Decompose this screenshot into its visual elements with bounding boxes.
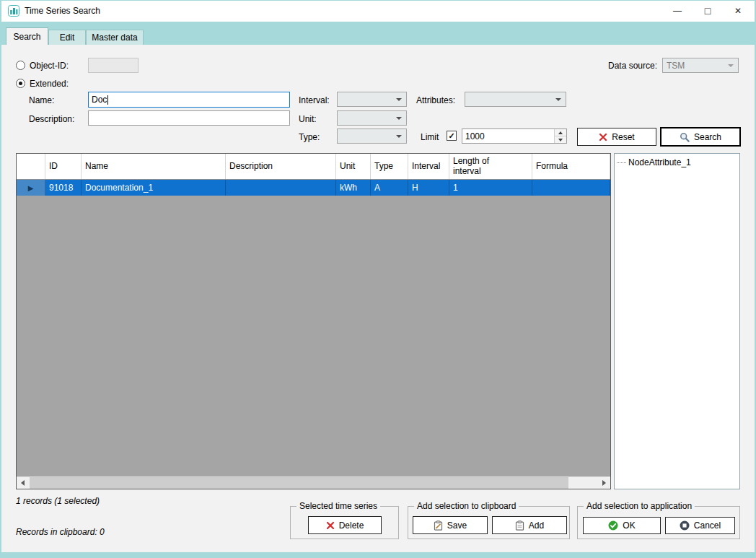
attributes-label: Attributes:	[416, 95, 455, 105]
column-header-id-label: ID	[49, 162, 58, 172]
scroll-left-button[interactable]	[17, 477, 29, 489]
chevron-down-icon	[396, 98, 402, 101]
group-selected-time-series: Selected time series Delete	[290, 506, 399, 539]
save-button-label: Save	[447, 520, 467, 531]
spin-down-button[interactable]	[555, 136, 566, 143]
add-button[interactable]: Add	[492, 516, 567, 534]
tab-edit-label: Edit	[60, 32, 75, 43]
scroll-right-button[interactable]	[598, 477, 610, 489]
column-header-length-of-interval-label: Length of interval	[453, 157, 499, 177]
reset-button[interactable]: Reset	[577, 128, 656, 146]
scrollbar-track[interactable]	[29, 477, 598, 489]
column-header-type[interactable]: Type	[371, 154, 408, 179]
triangle-right-icon	[602, 480, 606, 486]
limit-value: 1000	[462, 129, 554, 143]
maximize-button[interactable]: □	[693, 0, 723, 22]
tab-strip: Search Edit Master data	[0, 22, 756, 45]
table-row[interactable]: ▶ 91018 Documentation_1 kWh A H 1	[17, 180, 610, 196]
app-chart-icon	[8, 5, 19, 17]
search-button-label: Search	[694, 132, 721, 142]
ok-button[interactable]: OK	[583, 517, 661, 534]
clipboard-pencil-icon	[434, 520, 443, 531]
cancel-button-label: Cancel	[694, 520, 721, 531]
row-pointer-icon: ▶	[28, 184, 34, 192]
column-header-name[interactable]: Name	[82, 154, 226, 179]
data-source-select[interactable]: TSM	[662, 58, 739, 73]
name-value: Doc	[92, 95, 107, 105]
window-title: Time Series Search	[25, 6, 100, 16]
description-label: Description:	[29, 114, 74, 124]
type-label: Type:	[299, 132, 320, 142]
attribute-tree-panel: NodeAttribute_1	[614, 153, 740, 489]
column-header-formula-label: Formula	[536, 162, 568, 172]
object-id-radio[interactable]	[16, 61, 25, 70]
extended-radio[interactable]	[16, 79, 25, 88]
column-header-type-label: Type	[374, 162, 393, 172]
chevron-down-icon	[396, 135, 402, 138]
cell-unit: kWh	[336, 180, 371, 196]
window-border-top	[0, 0, 756, 1]
stop-icon	[680, 520, 690, 531]
tree-item-node-attribute[interactable]: NodeAttribute_1	[615, 154, 739, 167]
column-header-selector	[17, 154, 45, 179]
group-application-title: Add selection to application	[584, 501, 695, 511]
group-clipboard-title: Add selection to clipboard	[414, 501, 519, 511]
cell-description	[226, 180, 336, 196]
column-header-unit[interactable]: Unit	[336, 154, 371, 179]
triangle-left-icon	[21, 480, 25, 486]
cell-id: 91018	[45, 180, 82, 196]
spinner-buttons	[554, 129, 566, 143]
cell-interval: H	[408, 180, 449, 196]
interval-select[interactable]	[337, 92, 407, 107]
window-border-bottom	[0, 552, 756, 558]
ok-button-label: OK	[623, 520, 635, 531]
unit-select[interactable]	[337, 110, 407, 126]
window: Time Series Search — □ ✕ Search Edit Mas…	[0, 0, 756, 558]
window-controls: — □ ✕	[662, 0, 753, 22]
column-header-description[interactable]: Description	[226, 154, 336, 179]
reset-button-label: Reset	[612, 132, 634, 142]
delete-button[interactable]: Delete	[308, 516, 382, 534]
limit-spinner[interactable]: 1000	[462, 128, 567, 144]
title-bar: Time Series Search — □ ✕	[0, 0, 756, 22]
grid-header-row: ID Name Description Unit Type Interval L…	[17, 154, 610, 180]
search-icon	[680, 132, 690, 142]
column-header-name-label: Name	[85, 162, 108, 172]
column-header-length-of-interval[interactable]: Length of interval	[449, 154, 532, 179]
tab-edit[interactable]: Edit	[48, 30, 86, 45]
horizontal-scrollbar[interactable]	[17, 476, 610, 489]
object-id-input[interactable]	[88, 58, 139, 73]
column-header-formula[interactable]: Formula	[532, 154, 610, 179]
column-header-unit-label: Unit	[340, 162, 355, 172]
tree-item-label: NodeAttribute_1	[628, 157, 691, 167]
red-x-icon	[599, 133, 607, 141]
cancel-button[interactable]: Cancel	[665, 517, 735, 534]
green-check-icon	[608, 520, 618, 531]
limit-checkbox[interactable]: ✓	[447, 131, 457, 141]
column-header-interval[interactable]: Interval	[408, 154, 449, 179]
chevron-down-icon	[555, 98, 561, 101]
delete-button-label: Delete	[339, 520, 364, 531]
tab-search[interactable]: Search	[6, 27, 48, 45]
interval-label: Interval:	[299, 95, 330, 105]
minimize-icon: —	[673, 6, 682, 16]
description-input[interactable]	[88, 110, 290, 126]
column-header-id[interactable]: ID	[45, 154, 82, 179]
minimize-button[interactable]: —	[662, 0, 693, 22]
tab-master-data[interactable]: Master data	[86, 30, 144, 45]
name-input[interactable]: Doc	[88, 92, 290, 108]
close-button[interactable]: ✕	[723, 0, 753, 22]
column-header-interval-label: Interval	[412, 162, 440, 172]
type-select[interactable]	[337, 128, 407, 144]
attributes-select[interactable]	[465, 92, 566, 107]
scrollbar-thumb[interactable]	[30, 477, 568, 489]
data-source-value: TSM	[667, 61, 685, 71]
group-add-to-clipboard: Add selection to clipboard Save Add	[408, 506, 570, 539]
triangle-up-icon	[558, 131, 563, 134]
chevron-down-icon	[728, 64, 734, 67]
spin-up-button[interactable]	[555, 129, 566, 136]
save-button[interactable]: Save	[413, 516, 488, 534]
row-selector-cell[interactable]: ▶	[17, 180, 45, 196]
search-button[interactable]: Search	[660, 127, 741, 147]
column-header-description-label: Description	[229, 162, 273, 172]
